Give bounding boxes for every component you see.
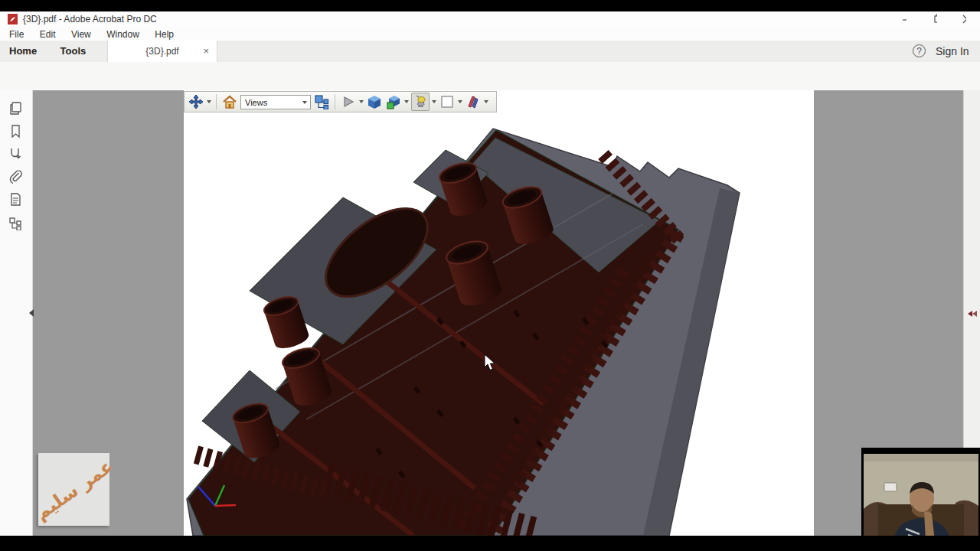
- chevron-down-icon[interactable]: [432, 100, 436, 103]
- chevron-down-icon[interactable]: [458, 100, 462, 103]
- model-tree-icon[interactable]: [8, 216, 23, 230]
- pdf-page: [184, 90, 814, 536]
- quick-tools-toolbar: / 1 77.1%: [0, 62, 980, 91]
- default-view-home-button[interactable]: [221, 93, 238, 110]
- chevron-down-icon[interactable]: [207, 100, 211, 103]
- page-thumbnails-icon[interactable]: [8, 101, 23, 116]
- expand-tools-icon[interactable]: [966, 309, 978, 318]
- title-bar: {3D}.pdf - Adobe Acrobat Pro DC: [0, 11, 980, 27]
- sign-in-button[interactable]: Sign In: [936, 41, 969, 62]
- bookmarks-icon[interactable]: [8, 124, 23, 139]
- window-title: {3D}.pdf - Adobe Acrobat Pro DC: [23, 11, 157, 27]
- cross-section-button[interactable]: [465, 93, 482, 110]
- tab-document[interactable]: {3D}.pdf ×: [107, 41, 217, 62]
- close-button[interactable]: [956, 13, 966, 28]
- acrobat-app-icon: [8, 14, 18, 24]
- tab-close-icon[interactable]: ×: [203, 41, 209, 62]
- chevron-down-icon[interactable]: [404, 100, 409, 103]
- help-icon[interactable]: ?: [913, 44, 926, 57]
- background-color-button[interactable]: [439, 93, 456, 110]
- use-default-view-cube-button[interactable]: [366, 93, 383, 110]
- views-dropdown-value: Views: [245, 98, 267, 107]
- chevron-down-icon[interactable]: [484, 100, 488, 103]
- model-tree-toggle-button[interactable]: [313, 93, 330, 110]
- top-black-bar: [0, 0, 980, 11]
- watermark-overlay: عمر سليم: [38, 453, 109, 526]
- watermark-text: عمر سليم: [31, 455, 117, 524]
- bottom-black-bar: [0, 536, 980, 551]
- views-dropdown[interactable]: Views: [240, 95, 311, 109]
- 3d-model-view[interactable]: [184, 90, 814, 536]
- tab-tools[interactable]: Tools: [60, 41, 87, 62]
- chevron-down-icon[interactable]: [359, 100, 364, 103]
- 3d-toolbar: Views: [184, 91, 497, 112]
- menu-edit[interactable]: Edit: [40, 28, 56, 41]
- minimize-button[interactable]: [896, 13, 906, 28]
- menu-view[interactable]: View: [71, 28, 91, 41]
- tab-bar: Home Tools {3D}.pdf × ? Sign In: [0, 41, 980, 63]
- chevron-down-icon: [302, 101, 307, 104]
- menu-window[interactable]: Window: [106, 28, 139, 41]
- light-switch: [884, 483, 897, 491]
- model-render-mode-button[interactable]: [385, 93, 402, 110]
- attachments-icon[interactable]: [8, 169, 23, 184]
- tab-document-label: {3D}.pdf: [145, 46, 178, 57]
- menu-file[interactable]: File: [9, 28, 24, 41]
- tab-home[interactable]: Home: [9, 41, 37, 62]
- rotate-tool-button[interactable]: [188, 93, 204, 110]
- menu-help[interactable]: Help: [155, 28, 174, 41]
- menu-bar: File Edit View Window Help: [0, 27, 980, 41]
- restore-button[interactable]: [926, 13, 937, 28]
- collapse-pane-icon[interactable]: [28, 308, 35, 318]
- acrobat-window: {3D}.pdf - Adobe Acrobat Pro DC File Edi…: [0, 0, 980, 551]
- signatures-icon[interactable]: [8, 146, 23, 161]
- destinations-icon[interactable]: [8, 192, 23, 207]
- extra-lighting-button[interactable]: [411, 93, 430, 111]
- play-animation-button[interactable]: [340, 93, 357, 110]
